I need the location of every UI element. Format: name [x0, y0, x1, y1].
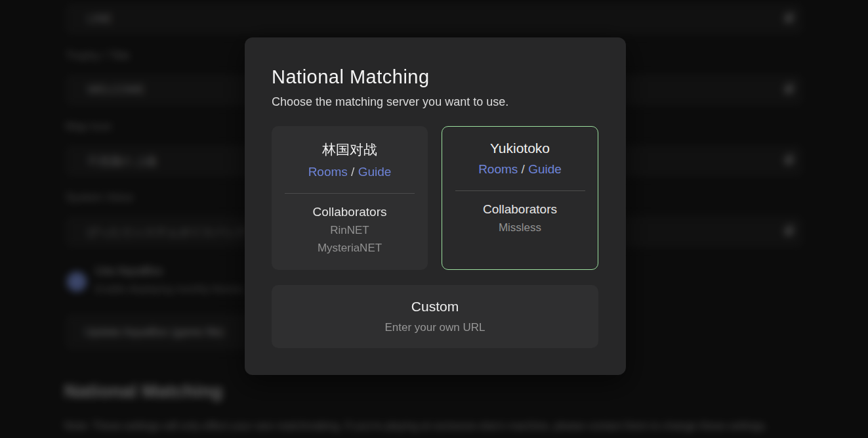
- collaborator-name: RinNET: [272, 224, 427, 237]
- collaborator-name: Missless: [442, 221, 598, 234]
- card-divider: [455, 190, 585, 191]
- modal-subtitle: Choose the matching server you want to u…: [272, 95, 508, 109]
- custom-server-card[interactable]: Custom Enter your own URL: [272, 285, 598, 348]
- custom-card-title: Custom: [272, 299, 598, 315]
- server-links: Rooms / Guide: [442, 162, 598, 177]
- rooms-link[interactable]: Rooms: [308, 165, 348, 179]
- guide-link[interactable]: Guide: [528, 162, 562, 176]
- server-links: Rooms / Guide: [272, 165, 427, 179]
- server-name: Yukiotoko: [442, 141, 598, 156]
- card-divider: [285, 193, 415, 194]
- links-separator: /: [351, 165, 354, 179]
- collaborator-name: MysteriaNET: [272, 242, 427, 255]
- collaborators-label: Collaborators: [442, 202, 598, 217]
- modal-title: National Matching: [272, 66, 430, 88]
- server-name: 林国对战: [272, 141, 427, 159]
- server-card-yukiotoko[interactable]: Yukiotoko Rooms / Guide Collaborators Mi…: [442, 126, 598, 270]
- collaborators-label: Collaborators: [272, 205, 427, 219]
- links-separator: /: [522, 162, 525, 176]
- guide-link[interactable]: Guide: [358, 165, 392, 179]
- custom-card-subtitle: Enter your own URL: [272, 321, 598, 334]
- rooms-link[interactable]: Rooms: [478, 162, 518, 176]
- server-card-linguo[interactable]: 林国对战 Rooms / Guide Collaborators RinNET …: [272, 126, 428, 270]
- page: LINE Trophy / Title WELCOME Map Icon 不思議…: [0, 0, 868, 438]
- national-matching-modal: National Matching Choose the matching se…: [245, 37, 626, 375]
